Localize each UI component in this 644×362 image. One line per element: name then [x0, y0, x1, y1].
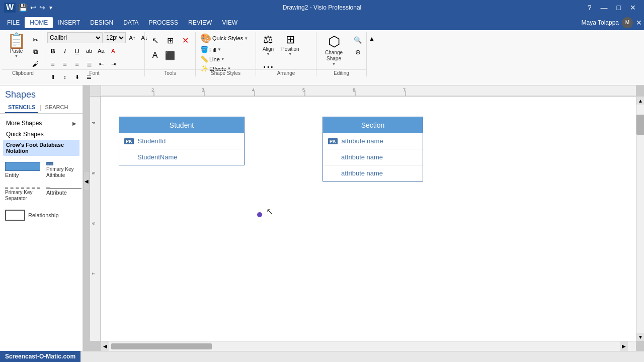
paste-label: Paste — [10, 48, 23, 54]
help-button[interactable]: ? — [584, 3, 596, 13]
horizontal-scrollbar[interactable]: ◀ ▶ — [101, 341, 636, 351]
bold-button[interactable]: B — [47, 45, 58, 56]
find-button[interactable]: 🔍 — [352, 34, 363, 45]
home-tab[interactable]: HOME — [25, 17, 53, 28]
strikethrough-button[interactable]: ab — [84, 45, 95, 56]
review-tab[interactable]: REVIEW — [183, 17, 217, 28]
increase-indent-button[interactable]: ⇥ — [108, 58, 119, 69]
pointer-tool-button[interactable]: ↖ — [148, 33, 162, 47]
svg-text:5: 5 — [91, 172, 96, 174]
search-tab[interactable]: SEARCH — [42, 102, 71, 113]
section-table-body: PK attribute name attribute name attribu… — [323, 133, 423, 181]
save-icon[interactable]: 💾 — [19, 4, 27, 12]
section-table[interactable]: Section PK attribute name attribute name… — [323, 117, 423, 182]
user-avatar[interactable]: M — [622, 17, 633, 28]
font-color-button[interactable]: A — [108, 45, 119, 56]
line-arrow: ▼ — [221, 57, 225, 61]
fill-button[interactable]: 🪣 Fill ▼ — [199, 45, 253, 54]
drawing-canvas[interactable]: Student PK StudentId StudentName Section — [101, 97, 636, 341]
pk-separator-stencil-item[interactable]: Primary Key Separator — [4, 183, 41, 204]
fill-label: Fill — [209, 47, 216, 53]
view-tab[interactable]: VIEW — [217, 17, 243, 28]
quick-styles-button[interactable]: 🎨 Quick Styles ▼ — [199, 32, 253, 44]
quick-shapes-item[interactable]: Quick Shapes — [3, 129, 79, 140]
undo-icon[interactable]: ↩ — [30, 4, 36, 12]
paste-button[interactable]: 📋 Paste ▼ — [5, 32, 28, 67]
process-tab[interactable]: PROCESS — [143, 17, 183, 28]
case-button[interactable]: Aa — [96, 45, 107, 56]
section-table-header: Section — [323, 117, 423, 133]
position-button[interactable]: ⊞ Position ▼ — [279, 32, 301, 57]
table-row[interactable]: attribute name — [323, 165, 423, 181]
scroll-right-button[interactable]: ▶ — [620, 341, 628, 351]
cut-button[interactable]: ✂ — [30, 34, 41, 45]
more-shapes-item[interactable]: More Shapes ▶ — [3, 118, 79, 129]
more-shapes-label: More Shapes — [6, 120, 70, 127]
bullets-button[interactable]: ≣ — [84, 58, 95, 69]
entity-stencil-item[interactable]: Entity — [4, 160, 41, 180]
text-block-tool-button[interactable]: ⬛ — [163, 48, 177, 62]
ribbon-collapse-btn[interactable]: ▲ — [367, 34, 377, 43]
close-ribbon-button[interactable]: ✕ — [636, 19, 642, 27]
align-center-button[interactable]: ≡ — [59, 58, 70, 69]
quick-access-icon[interactable]: ▼ — [48, 5, 53, 11]
line-button[interactable]: 📏 Line ▼ — [199, 55, 253, 63]
text-tool-button[interactable]: A — [148, 48, 162, 62]
fill-arrow: ▼ — [217, 47, 221, 52]
italic-button[interactable]: I — [59, 45, 70, 56]
align-button[interactable]: ⚖ Align ▼ — [259, 32, 277, 57]
data-tab[interactable]: DATA — [118, 17, 143, 28]
scroll-thumb[interactable] — [111, 343, 212, 349]
font-grow-button[interactable]: A↑ — [127, 32, 138, 43]
font-group: Calibri 12pt. A↑ A↓ B I U ab Aa A ≡ ≡ ≡ — [44, 32, 145, 76]
attribute-stencil-item[interactable]: Attribute — [45, 183, 83, 204]
font-size-select[interactable]: 12pt. — [104, 32, 126, 43]
tools-group: ↖ ⊞ ✕ A ⬛ Tools — [145, 32, 196, 76]
vertical-scrollbar[interactable]: ▲ ▼ — [636, 97, 644, 341]
table-row[interactable]: attribute name — [323, 149, 423, 165]
align-right-button[interactable]: ≡ — [71, 58, 83, 69]
connector-tool-button[interactable]: ✕ — [178, 33, 192, 47]
connect-tool-button[interactable]: ⊞ — [163, 33, 177, 47]
pk-badge: PK — [124, 138, 134, 144]
pk-attribute-stencil-item[interactable]: = = Primary Key Attribute — [45, 160, 83, 180]
copy-button[interactable]: ⧉ — [30, 46, 41, 57]
app-icon: W — [4, 3, 16, 13]
ribbon: 📋 Paste ▼ ✂ ⧉ 🖌 Clipboard Calibri 12pt. … — [0, 30, 644, 85]
svg-text:6: 6 — [91, 222, 96, 225]
svg-text:6: 6 — [353, 87, 355, 93]
font-family-select[interactable]: Calibri — [47, 32, 103, 43]
stencils-tab[interactable]: STENCILS — [5, 102, 38, 113]
titlebar-left: W 💾 ↩ ↪ ▼ — [4, 3, 53, 13]
maximize-button[interactable]: □ — [613, 3, 625, 13]
table-row[interactable]: StudentName — [119, 149, 244, 165]
align-left-button[interactable]: ≡ — [47, 58, 58, 69]
table-row[interactable]: PK attribute name — [323, 133, 423, 149]
crowsfoot-item[interactable]: Crow's Foot Database Notation — [3, 140, 79, 156]
sidebar-items: More Shapes ▶ Quick Shapes Crow's Foot D… — [0, 116, 83, 227]
minimize-button[interactable]: — — [597, 3, 612, 13]
format-painter-button[interactable]: 🖌 — [30, 58, 41, 69]
stencil-shapes-grid: Entity = = Primary Key Attribute Primary… — [3, 156, 79, 225]
underline-button[interactable]: U — [71, 45, 83, 56]
editing-label: Editing — [316, 69, 366, 76]
table-row[interactable]: PK StudentId — [119, 133, 244, 149]
design-tab[interactable]: DESIGN — [85, 17, 118, 28]
pk-attribute-label: Primary Key Attribute — [46, 166, 82, 178]
layer-button[interactable]: ⊕ — [352, 46, 363, 57]
insert-tab[interactable]: INSERT — [53, 17, 85, 28]
tab-bar: ◀ ▶ Page-1 All ▲ + — [0, 351, 644, 362]
scroll-left-button[interactable]: ◀ — [101, 341, 109, 351]
redo-icon[interactable]: ↪ — [39, 4, 45, 12]
close-button[interactable]: ✕ — [626, 3, 640, 13]
student-table[interactable]: Student PK StudentId StudentName — [119, 117, 245, 165]
titlebar: W 💾 ↩ ↪ ▼ Drawing2 - Visio Professional … — [0, 0, 644, 15]
clipboard-label: Clipboard — [2, 69, 44, 76]
change-shape-button[interactable]: ⬡ Change Shape ▼ — [319, 32, 348, 67]
relationship-stencil-item[interactable]: Relationship — [4, 208, 78, 223]
shape-styles-group: 🎨 Quick Styles ▼ 🪣 Fill ▼ 📏 Line ▼ ✨ Eff… — [196, 32, 256, 76]
file-tab[interactable]: FILE — [2, 17, 25, 28]
user-name: Maya Tolappa — [582, 19, 619, 26]
svg-text:4: 4 — [252, 87, 255, 93]
decrease-indent-button[interactable]: ⇤ — [96, 58, 107, 69]
